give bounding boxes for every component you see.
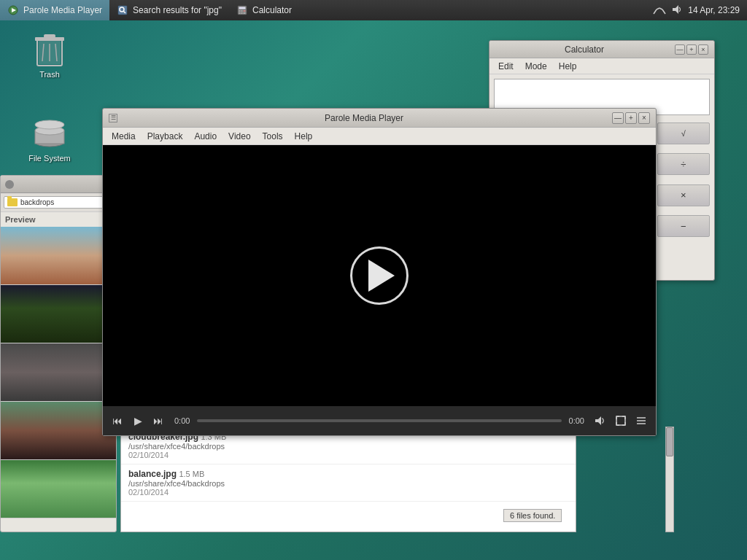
mp-menu-audio[interactable]: Audio <box>188 130 222 143</box>
taskbar-parole-label: Parole Media Player <box>23 5 102 15</box>
calculator-icon <box>236 4 248 16</box>
svg-line-13 <box>654 9 657 14</box>
next-button[interactable]: ⏭ <box>150 412 167 429</box>
calc-menu-edit[interactable]: Edit <box>492 60 519 73</box>
preview-image-5[interactable] <box>1 460 116 518</box>
svg-rect-24 <box>44 34 55 38</box>
svg-rect-9 <box>243 10 245 12</box>
search-results-scrollbar[interactable] <box>665 427 674 532</box>
play-triangle-icon <box>368 260 395 292</box>
filesystem-label: File System <box>28 154 70 163</box>
svg-line-15 <box>659 8 662 9</box>
datetime-display: 14 Apr, 23:29 <box>688 5 740 15</box>
svg-line-16 <box>662 9 665 14</box>
calc-btn-subtract[interactable]: − <box>657 215 711 237</box>
filesystem-icon <box>32 116 67 151</box>
mp-menu-help[interactable]: Help <box>289 130 319 143</box>
svg-rect-10 <box>239 12 240 14</box>
taskbar-calculator-label: Calculator <box>252 5 292 15</box>
search-result-2[interactable]: balance.jpg 1.5 MB /usr/share/xfce4/back… <box>121 464 576 502</box>
desktop-icon-trash[interactable]: Trash <box>20 29 79 82</box>
svg-rect-7 <box>239 10 240 12</box>
calc-titlebar: Calculator — + × <box>489 41 714 58</box>
mp-video-area[interactable] <box>103 145 656 406</box>
location-label: backdrops <box>20 198 54 206</box>
mp-minimize-button[interactable]: — <box>612 112 624 124</box>
mp-close-button[interactable]: × <box>638 112 650 124</box>
preview-image-2[interactable] <box>1 285 116 343</box>
mp-menu-playback[interactable]: Playback <box>142 130 189 143</box>
calc-btn-multiply[interactable]: × <box>657 184 711 206</box>
volume-icon[interactable] <box>672 4 682 17</box>
play-button[interactable] <box>350 246 409 305</box>
desktop-icon-filesystem[interactable]: File System <box>20 113 79 166</box>
calc-maximize-button[interactable]: + <box>686 44 697 55</box>
fullscreen-button[interactable] <box>612 412 630 429</box>
mp-menu-icon[interactable]: ☰ <box>109 114 117 122</box>
svg-line-14 <box>657 8 659 9</box>
result-1-date: 02/10/2014 <box>128 451 568 459</box>
mp-title: Parole Media Player <box>117 113 611 123</box>
search-window-icon <box>117 4 128 16</box>
result-2-path: /usr/share/xfce4/backdrops <box>128 479 568 488</box>
calc-btn-divide[interactable]: ÷ <box>657 153 711 175</box>
calc-menu-mode[interactable]: Mode <box>519 60 553 73</box>
svg-rect-30 <box>616 416 625 425</box>
volume-button[interactable] <box>592 412 609 429</box>
calc-close-button[interactable]: × <box>698 44 708 55</box>
taskbar-clock: 14 Apr, 23:29 <box>646 0 747 20</box>
calc-btn-sqrt[interactable]: √ <box>657 122 711 144</box>
svg-rect-11 <box>241 12 242 14</box>
scrollbar-thumb[interactable] <box>666 427 673 456</box>
result-1-path: /usr/share/xfce4/backdrops <box>128 442 568 451</box>
preview-image-1[interactable] <box>1 227 116 285</box>
svg-marker-29 <box>595 416 601 425</box>
result-2-name: balance.jpg 1.5 MB <box>128 469 568 479</box>
media-player-window: ☰ Parole Media Player — + × Media Playba… <box>102 108 657 436</box>
file-browser-toolbar: backdrops <box>1 193 116 212</box>
mp-titlebar: ☰ Parole Media Player — + × <box>103 109 656 128</box>
folder-icon <box>7 198 18 206</box>
result-2-date: 02/10/2014 <box>128 488 568 497</box>
taskbar-search-label: Search results for "jpg" <box>133 5 222 15</box>
svg-rect-8 <box>241 10 242 12</box>
svg-rect-12 <box>243 12 245 14</box>
taskbar: Parole Media Player Search results for "… <box>0 0 747 20</box>
preview-image-4[interactable] <box>1 402 116 460</box>
svg-marker-17 <box>673 5 678 14</box>
mp-progress-bar[interactable] <box>197 419 561 422</box>
svg-point-28 <box>35 120 64 129</box>
taskbar-calculator[interactable]: Calculator <box>229 0 299 20</box>
play-pause-button[interactable]: ▶ <box>129 412 147 429</box>
mp-menu-tools[interactable]: Tools <box>257 130 289 143</box>
preview-section-label: Preview <box>1 212 116 227</box>
preview-image-3[interactable] <box>1 343 116 402</box>
prev-button[interactable]: ⏮ <box>109 412 126 429</box>
playlist-button[interactable] <box>632 412 650 429</box>
svg-rect-6 <box>239 7 245 9</box>
mp-menubar: Media Playback Audio Video Tools Help <box>103 128 656 145</box>
trash-icon <box>32 32 67 67</box>
network-icon <box>653 4 666 17</box>
mp-time-current: 0:00 <box>174 416 190 425</box>
file-browser-titlebar <box>1 176 116 193</box>
file-browser-location[interactable]: backdrops <box>4 196 113 209</box>
trash-label: Trash <box>39 70 60 79</box>
search-status-bar: 6 files found. <box>503 509 562 522</box>
file-browser-close[interactable] <box>5 180 14 189</box>
calc-title: Calculator <box>495 44 673 55</box>
parole-icon <box>7 4 19 16</box>
calc-menubar: Edit Mode Help <box>489 58 714 74</box>
mp-controls-bar: ⏮ ▶ ⏭ 0:00 0:00 <box>103 406 656 435</box>
mp-time-total: 0:00 <box>569 416 584 425</box>
calc-minimize-button[interactable]: — <box>675 44 685 55</box>
calc-menu-help[interactable]: Help <box>553 60 583 73</box>
mp-maximize-button[interactable]: + <box>625 112 637 124</box>
file-browser-panel: backdrops Preview <box>0 175 117 532</box>
taskbar-search[interactable]: Search results for "jpg" <box>109 0 229 20</box>
mp-menu-media[interactable]: Media <box>106 130 142 143</box>
mp-menu-video[interactable]: Video <box>222 130 256 143</box>
taskbar-parole[interactable]: Parole Media Player <box>0 0 109 20</box>
